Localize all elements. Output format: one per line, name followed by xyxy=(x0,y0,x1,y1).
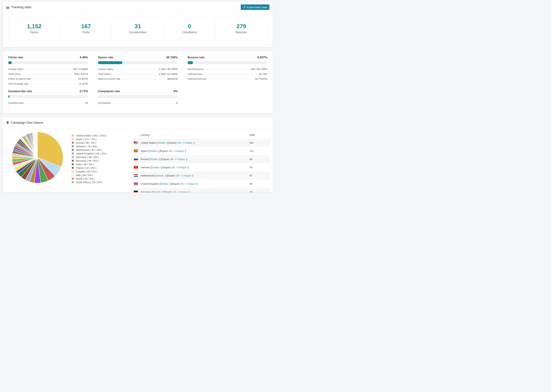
details-link[interactable]: Details › xyxy=(151,166,161,169)
details-link[interactable]: Details › xyxy=(160,182,170,185)
geo-table-body: United States [Details ›] [Export: All ›… xyxy=(131,139,270,193)
details-link[interactable]: Details › xyxy=(156,174,165,177)
geo-table-row: United Kingdom [Details ›] [Export: All … xyxy=(131,180,270,188)
detail-label: Total clicks xyxy=(8,72,21,75)
progress-track xyxy=(8,95,88,98)
detail-value: 0 xyxy=(176,101,178,104)
detail-label: Internal bounces xyxy=(188,77,206,80)
progress-fill xyxy=(188,61,193,64)
country-name: Spain xyxy=(141,149,148,152)
export-button-label: Export basic stats xyxy=(247,6,267,9)
detail-value: 220 / 5.87% xyxy=(74,72,88,75)
dotted-leader xyxy=(205,69,249,70)
detail-row: Unique opens1,152 / 30.736% xyxy=(98,68,178,72)
export-all-link[interactable]: All › xyxy=(172,166,176,169)
details-link[interactable]: Details › xyxy=(153,190,162,193)
legend-item: Canada ( 40 / 2% ) xyxy=(71,170,131,173)
rates-grid: Clicks rate4.46%Unique clicks167 / 4.456… xyxy=(8,56,267,106)
rate-title: Clicks rate xyxy=(8,56,23,59)
stat-value: 279 xyxy=(215,23,267,29)
rate-percent: 0.77% xyxy=(80,90,88,93)
flag-gb-icon xyxy=(134,182,138,185)
export-unique-link[interactable]: Unique › xyxy=(183,174,192,177)
export-unique-link[interactable]: Unique › xyxy=(179,190,189,193)
detail-value: 689.82% xyxy=(168,77,178,80)
rate-percent: 0% xyxy=(173,90,178,93)
detail-row: Hard bounces242 / 86.738% xyxy=(188,68,267,72)
legend-item: Russia ( 86 / 5% ) xyxy=(71,141,131,145)
page-title: Tracking stats xyxy=(11,5,31,9)
geo-table-row: Germany [Details ›] [Export: All › / Uni… xyxy=(131,188,270,193)
export-basic-stats-button[interactable]: Export basic stats xyxy=(241,4,269,10)
rate-section-unsubscribe: Unsubscribe rate0.77%Unsubscribes31 xyxy=(8,90,88,106)
stat-value: 1,152 xyxy=(8,23,60,29)
tracking-stats-header: Tracking stats Export basic stats xyxy=(3,2,273,13)
progress-fill xyxy=(8,61,12,64)
legend-swatch-icon xyxy=(71,138,74,140)
detail-value: 2,303 / 61.446% xyxy=(159,72,178,75)
export-all-link[interactable]: All › xyxy=(173,190,177,193)
legend-swatch-icon xyxy=(71,145,74,147)
bar-chart-icon xyxy=(6,6,9,9)
export-all-link[interactable]: All › xyxy=(169,149,173,152)
detail-row: Clicks to opens rate14.497% xyxy=(8,77,88,82)
legend-swatch-icon xyxy=(71,156,74,158)
detail-row: Internal bounces19 / 6.81% xyxy=(188,77,267,82)
export-all-link[interactable]: All › xyxy=(170,158,175,161)
country-name: United Kingdom xyxy=(141,182,160,185)
export-all-link[interactable]: All › xyxy=(176,174,181,177)
export-unique-link[interactable]: Unique › xyxy=(178,166,188,169)
detail-label: Click through rate xyxy=(8,82,28,85)
country-name: Germany xyxy=(141,190,152,193)
export-unique-link[interactable]: Unique › xyxy=(177,158,186,161)
detail-row: Soft bounces18 / 0% xyxy=(188,72,267,77)
legend-item: Brazil ( 33 / 2% ) xyxy=(71,177,131,181)
detail-value: 242 / 86.738% xyxy=(251,68,267,70)
rate-percent: 30.736% xyxy=(166,56,178,59)
legend-label: Germany ( 55 / 3% ) xyxy=(76,156,99,159)
export-all-link[interactable]: All › xyxy=(178,141,182,144)
rates-card: Clicks rate4.46%Unique clicks167 / 4.456… xyxy=(3,51,273,113)
export-unique-link[interactable]: Unique › xyxy=(184,141,194,144)
pie-svg xyxy=(11,131,64,184)
country-name: Vietnam xyxy=(141,166,151,169)
pie-slice xyxy=(37,132,37,158)
country-cell: United States [Details ›] [Export: All ›… xyxy=(141,141,249,144)
rate-detail-rows: Unique clicks167 / 4.456%Total clicks220… xyxy=(8,68,88,87)
flag-de-icon xyxy=(134,190,138,193)
stat-clicks: 167Clicks xyxy=(60,18,112,40)
legend-item: France ( 42 / 2% ) xyxy=(71,166,131,170)
details-link[interactable]: Details › xyxy=(150,158,159,161)
rate-title: Bounce rate xyxy=(188,56,204,59)
tracking-stats-card: Tracking stats Export basic stats 1,152O… xyxy=(3,1,273,47)
stat-label: Opens xyxy=(8,31,60,34)
geo-table-row: United States [Details ›] [Export: All ›… xyxy=(131,139,270,147)
legend-swatch-icon xyxy=(71,134,74,137)
legend-label: Brazil ( 33 / 2% ) xyxy=(76,177,95,180)
country-cell: United Kingdom [Details ›] [Export: All … xyxy=(141,182,249,185)
legend-swatch-icon xyxy=(71,177,74,180)
export-unique-link[interactable]: Unique › xyxy=(175,149,185,152)
rate-section-opens: Opens rate30.736%Unique opens1,152 / 30.… xyxy=(98,56,178,87)
geo-pie-chart xyxy=(11,131,64,184)
legend-item: United Kingdom ( 59 / 3% ) xyxy=(71,152,131,155)
detail-row: Unique clicks167 / 4.456% xyxy=(8,68,88,72)
dotted-leader xyxy=(25,103,84,103)
detail-label: Total opens xyxy=(98,72,111,75)
detail-label: Clicks to opens rate xyxy=(8,77,31,80)
export-all-link[interactable]: All › xyxy=(181,182,185,185)
legend-item: United States ( 541 / 31% ) xyxy=(71,134,131,137)
export-unique-link[interactable]: Unique › xyxy=(187,182,197,185)
legend-label: Italy ( 36 / 2% ) xyxy=(76,174,93,176)
rate-detail-rows: Unique opens1,152 / 30.736%Total opens2,… xyxy=(98,68,178,82)
detail-label: Unsubscribes xyxy=(8,101,24,104)
detail-row: Opens to clicks rate689.82% xyxy=(98,77,178,82)
details-link[interactable]: Details › xyxy=(149,149,158,152)
detail-label: Opens to clicks rate xyxy=(98,77,120,80)
dotted-leader xyxy=(112,103,175,103)
geo-title-wrap: Campaign Geo Opens xyxy=(6,121,43,125)
country-cell: Spain [Details ›] [Export: All › / Uniqu… xyxy=(141,149,249,152)
detail-label: Hard bounces xyxy=(188,68,204,70)
details-link[interactable]: Details › xyxy=(157,141,167,144)
dotted-leader xyxy=(25,69,71,70)
